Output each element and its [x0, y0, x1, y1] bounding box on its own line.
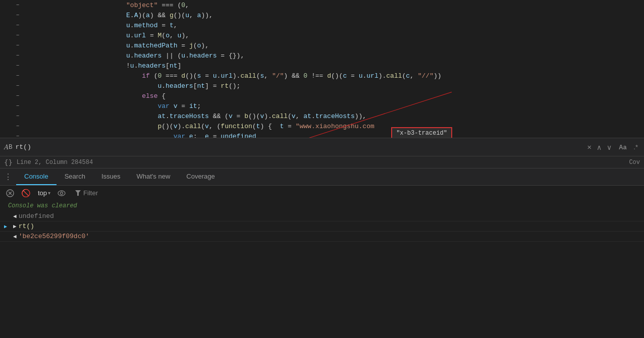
- console-value-string: 'be2ce56299f09dc0': [19, 233, 89, 240]
- line-content: p()(v).call(v, (function(t) { t = "www.x…: [45, 123, 644, 130]
- line-gutter: –: [0, 2, 35, 9]
- line-gutter: –: [0, 72, 35, 79]
- console-value-undefined: undefined: [19, 212, 54, 220]
- output-arrow-undefined: ◀: [13, 213, 17, 219]
- line-gutter: –: [0, 52, 35, 59]
- tab-console[interactable]: Console: [16, 168, 57, 185]
- status-position: Line 2, Column 284584: [17, 159, 625, 166]
- output-arrow-string: ◀: [13, 233, 17, 240]
- annotation-tooltip: "x-b3-traceid": [391, 127, 452, 138]
- console-cleared-message: Console was cleared: [0, 200, 644, 211]
- search-module-icon: 𝐴B: [4, 143, 13, 152]
- no-entry-button[interactable]: 🚫: [19, 188, 33, 199]
- line-gutter: –: [0, 22, 35, 29]
- code-line: – u.url = M(o, u),: [0, 30, 644, 40]
- annotation-text: "x-b3-traceid": [396, 130, 447, 137]
- line-content: var e; e = undefined: [45, 133, 644, 138]
- svg-point-4: [58, 191, 65, 196]
- devtools-menu-button[interactable]: ⋮: [0, 168, 16, 185]
- code-line: – !u.headers[nt]: [0, 61, 644, 71]
- status-bar: {} Line 2, Column 284584 Cov: [0, 156, 644, 168]
- filter-button[interactable]: Filter: [71, 188, 102, 198]
- svg-point-5: [61, 192, 63, 194]
- console-entry-string: ◀ 'be2ce56299f09dc0': [0, 232, 644, 242]
- context-dropdown[interactable]: top ▾: [36, 188, 52, 198]
- line-content: u.method = t,: [45, 22, 644, 29]
- code-line: – u.matchedPath = j(o),: [0, 40, 644, 50]
- code-line: – E.A)(a) && g()(u, a)),: [0, 10, 644, 20]
- svg-marker-6: [75, 190, 81, 196]
- line-gutter: –: [0, 62, 35, 69]
- console-output: Console was cleared ◀ undefined ▶ ▶ rt()…: [0, 200, 644, 338]
- tab-issues[interactable]: Issues: [93, 168, 129, 185]
- line-content: !u.headers[nt]: [45, 62, 644, 70]
- status-bracket-icon: {}: [4, 158, 13, 166]
- line-content: u.matchedPath = j(o),: [45, 42, 644, 49]
- search-clear-button[interactable]: ✕: [587, 143, 592, 151]
- line-gutter: –: [0, 92, 35, 99]
- line-content: u.headers || (u.headers = {}),: [45, 52, 644, 60]
- tab-whats-new[interactable]: What's new: [128, 168, 178, 185]
- tab-coverage[interactable]: Coverage: [178, 168, 223, 185]
- code-line: – u.headers[nt] = rt();: [0, 81, 644, 91]
- regex-button[interactable]: .*: [631, 142, 640, 152]
- input-arrow-rt: ▶: [13, 223, 17, 230]
- dropdown-arrow-icon: ▾: [48, 190, 50, 196]
- code-line: – else {: [0, 91, 644, 101]
- match-case-button[interactable]: Aa: [617, 143, 628, 152]
- line-gutter: –: [0, 123, 35, 130]
- expand-icon-rt[interactable]: ▶: [4, 223, 11, 230]
- tab-search[interactable]: Search: [57, 168, 93, 185]
- devtools-tabs: ⋮ Console Search Issues What's new Cover…: [0, 168, 644, 185]
- search-next-button[interactable]: ∨: [605, 142, 614, 152]
- code-line: – p()(v).call(v, (function(t) { t = "www…: [0, 121, 644, 131]
- line-gutter: –: [0, 42, 35, 49]
- line-gutter: –: [0, 133, 35, 138]
- code-line: – at.traceHosts && (v = b()(v).call(v, a…: [0, 111, 644, 121]
- line-content: else {: [45, 92, 644, 100]
- clear-console-button[interactable]: [4, 188, 16, 198]
- line-content: at.traceHosts && (v = b()(v).call(v, at.…: [45, 112, 644, 120]
- line-gutter: –: [0, 12, 35, 19]
- code-line: – u.method = t,: [0, 20, 644, 30]
- search-prev-button[interactable]: ∧: [595, 142, 604, 152]
- line-content: u.headers[nt] = rt();: [45, 82, 644, 90]
- code-editor: – "object" === (0,– E.A)(a) && g()(u, a)…: [0, 0, 644, 138]
- context-label: top: [38, 189, 47, 197]
- live-expressions-button[interactable]: [56, 189, 68, 198]
- search-bar: 𝐴B ✕ ∧ ∨ Aa .*: [0, 138, 644, 156]
- search-input[interactable]: [16, 143, 584, 151]
- line-content: u.url = M(o, u),: [45, 32, 644, 39]
- line-content: var v = it;: [45, 102, 644, 110]
- code-line: – "object" === (0,: [0, 0, 644, 10]
- line-content: E.A)(a) && g()(u, a)),: [45, 12, 644, 19]
- console-value-rt: rt(): [19, 222, 34, 230]
- console-entry-undefined: ◀ undefined: [0, 211, 644, 221]
- line-gutter: –: [0, 112, 35, 120]
- code-line: – var v = it;: [0, 101, 644, 111]
- line-gutter: –: [0, 82, 35, 89]
- code-line: – var e; e = undefined: [0, 131, 644, 138]
- line-content: "object" === (0,: [45, 2, 644, 9]
- line-gutter: –: [0, 32, 35, 39]
- line-content: if (0 === d()(s = u.url).call(s, "/") &&…: [45, 72, 644, 80]
- coverage-label: Cov: [629, 159, 640, 166]
- code-line: – u.headers || (u.headers = {}),: [0, 50, 644, 61]
- code-lines: – "object" === (0,– E.A)(a) && g()(u, a)…: [0, 0, 644, 138]
- code-line: – if (0 === d()(s = u.url).call(s, "/") …: [0, 71, 644, 81]
- expand-icon-string: [4, 233, 11, 240]
- console-entry-rt[interactable]: ▶ ▶ rt(): [0, 221, 644, 232]
- line-gutter: –: [0, 102, 35, 109]
- search-navigation: ∧ ∨: [595, 142, 614, 152]
- console-toolbar: 🚫 top ▾ Filter: [0, 185, 644, 200]
- filter-label: Filter: [83, 189, 98, 197]
- expand-icon-undefined: [4, 213, 11, 220]
